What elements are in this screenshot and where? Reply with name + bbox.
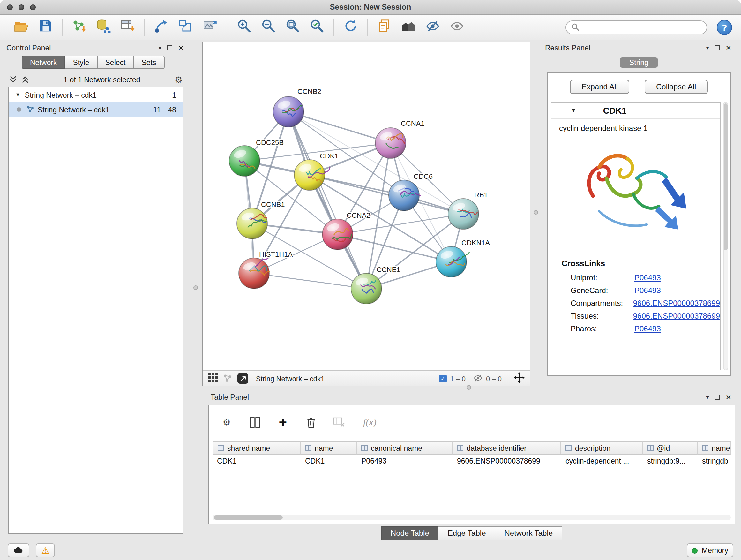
zoom-in-button[interactable] [232,17,256,37]
float-panel-icon[interactable] [167,45,172,51]
zoom-fit-button[interactable] [280,17,305,37]
hide-selected-button[interactable] [421,17,445,37]
tab-network[interactable]: Network [22,56,65,69]
panel-menu-icon[interactable]: ▾ [706,394,709,400]
table-horizontal-scrollbar[interactable] [212,515,731,520]
float-panel-icon[interactable] [715,395,720,400]
collapse-all-button[interactable]: Collapse All [645,80,708,94]
create-column-icon[interactable]: ✚ [275,415,290,430]
show-columns-icon[interactable] [247,415,262,430]
control-panel-tabs: Network Style Select Sets [22,56,188,69]
tab-network-table[interactable]: Network Table [495,526,562,540]
import-network-icon [71,18,87,36]
open-in-browser-button[interactable] [238,373,248,384]
splitter-handle-right[interactable] [534,210,538,214]
search-field[interactable] [565,20,707,34]
svg-text:CCNE1: CCNE1 [377,266,401,273]
show-all-button[interactable] [445,17,469,37]
network-row-selected[interactable]: String Network – cdk1 11 48 [9,102,183,117]
column-header-id[interactable]: @id [643,441,697,455]
zoom-window-button[interactable] [30,4,36,10]
tab-select[interactable]: Select [98,56,134,69]
network-from-selection-icon [178,18,193,36]
import-network-from-database-button[interactable] [91,17,116,37]
table-options-gear-icon[interactable]: ⚙ [219,415,234,430]
pan-crosshair-icon[interactable] [514,372,525,384]
zoom-out-icon [261,18,275,36]
memory-button[interactable]: Memory [687,543,733,557]
close-panel-icon[interactable]: ✕ [726,44,731,51]
gene-section-header[interactable]: ▼ CDK1 [551,103,720,119]
panel-menu-icon[interactable]: ▾ [158,45,161,51]
search-input[interactable] [583,23,701,31]
splitter-handle-left[interactable] [193,286,198,290]
scrollbar-thumb[interactable] [214,515,283,520]
panel-menu-icon[interactable]: ▾ [706,45,709,51]
import-network-from-file-button[interactable] [67,17,91,37]
warnings-button[interactable]: ⚠ [36,543,55,557]
column-header-namespace[interactable]: namespac [697,441,731,455]
cell-canonical-name: P06493 [357,455,453,468]
splitter-handle-bottom[interactable] [467,385,471,389]
crosslink-tissues-link[interactable]: 9606.ENSP00000378699 [633,312,720,320]
close-panel-icon[interactable]: ✕ [726,394,731,401]
crosslink-pharos-link[interactable]: P06493 [634,324,661,333]
tab-style[interactable]: Style [65,56,97,69]
cloud-status-button[interactable] [8,543,29,557]
expand-all-networks-icon[interactable] [9,75,17,84]
selected-checkbox-icon[interactable]: ✓ [439,374,447,382]
section-expander-icon[interactable]: ▼ [570,107,576,114]
new-network-from-selection-button[interactable] [174,17,198,37]
column-header-database-identifier[interactable]: database identifier [453,441,561,455]
results-panel-header: Results Panel ▾ ✕ [542,42,735,54]
import-table-from-file-button[interactable] [116,17,140,37]
collection-expander-icon[interactable]: ▼ [15,92,20,98]
delete-column-trash-icon[interactable] [303,415,319,430]
network-canvas[interactable]: CCNB2CCNA1CDC25BCDK1CDC6RB1CCNB1CCNA2CDK… [203,42,530,370]
column-header-description[interactable]: description [561,441,643,455]
collection-label: String Network – cdk1 [25,91,97,99]
first-neighbors-button[interactable] [149,17,174,37]
crosslink-genecard-link[interactable]: P06493 [634,286,661,295]
window-title: Session: New Session [330,3,411,11]
crosslink-label: Tissues: [570,312,633,320]
gene-symbol: CDK1 [603,106,627,115]
open-session-button[interactable] [9,17,33,37]
float-panel-icon[interactable] [715,45,720,51]
close-window-button[interactable] [7,4,13,10]
help-button[interactable]: ? [717,19,732,35]
birds-eye-grid-icon[interactable] [208,373,218,384]
clone-network-button[interactable] [372,17,396,37]
results-scrollbar[interactable] [723,102,728,370]
home-button[interactable] [396,17,421,37]
apply-layout-button[interactable] [338,17,362,37]
collapse-all-networks-icon[interactable] [21,75,29,84]
table-panel-title: Table Panel [211,393,249,401]
crosslink-label: GeneCard: [570,286,634,295]
protein-structure-image [573,138,698,250]
column-header-name[interactable]: name [300,441,357,455]
tab-sets[interactable]: Sets [134,56,164,69]
network-graph[interactable]: CCNB2CCNA1CDC25BCDK1CDC6RB1CCNB1CCNA2CDK… [203,42,530,370]
column-header-canonical-name[interactable]: canonical name [357,441,453,455]
main-toolbar: ? [0,15,741,40]
cytoscape-window: Session: New Session [0,0,741,560]
crosslink-row-genecard: GeneCard: P06493 [551,284,720,297]
network-collection-row[interactable]: ▼ String Network – cdk1 1 [9,87,183,102]
save-session-button[interactable] [33,17,57,37]
column-header-shared-name[interactable]: shared name [212,441,300,455]
zoom-out-button[interactable] [256,17,280,37]
zoom-selected-button[interactable] [305,17,329,37]
export-image-button[interactable] [198,17,222,37]
network-selection-status: 1 of 1 Network selected [33,76,171,84]
crosslink-compartments-link[interactable]: 9606.ENSP00000378699 [633,299,720,308]
expand-all-button[interactable]: Expand All [570,80,629,94]
table-row[interactable]: CDK1 CDK1 P06493 9606.ENSP00000378699 cy… [212,455,731,468]
tab-node-table[interactable]: Node Table [381,526,439,540]
string-tab-badge[interactable]: String [620,57,658,68]
tab-edge-table[interactable]: Edge Table [439,526,495,540]
crosslink-uniprot-link[interactable]: P06493 [634,273,661,282]
minimize-window-button[interactable] [18,4,24,10]
network-options-gear-icon[interactable]: ⚙ [175,75,183,84]
close-panel-icon[interactable]: ✕ [178,44,184,51]
